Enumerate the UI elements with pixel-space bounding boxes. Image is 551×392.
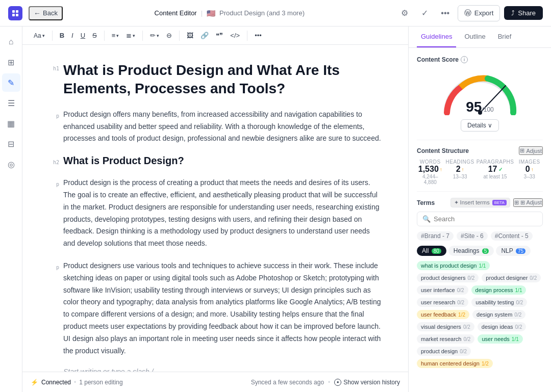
article-p3[interactable]: Product designers use various tools and … bbox=[63, 260, 384, 357]
term-label: product designers bbox=[421, 275, 465, 281]
filter-nlp[interactable]: NLP 75 bbox=[496, 246, 531, 256]
flag-icon: 🇺🇸 bbox=[207, 9, 215, 17]
bottom-bar: ⚡ Connected • 1 person editing Synced a … bbox=[22, 372, 408, 392]
hashtag-brand[interactable]: #Brand - 7 bbox=[417, 231, 454, 241]
sidebar-item-edit[interactable]: ✎ bbox=[2, 73, 20, 92]
term-tag[interactable]: visual designers 0/2 bbox=[417, 322, 474, 331]
words-arrow: ↑ bbox=[440, 167, 442, 172]
editor-content[interactable]: h1 What is Product Design and What Are I… bbox=[22, 45, 408, 372]
hashtag-site[interactable]: #Site - 6 bbox=[457, 231, 488, 241]
sidebar-item-table[interactable]: ⊟ bbox=[2, 135, 20, 153]
code-button[interactable]: </> bbox=[227, 30, 243, 41]
structure-adjust-button[interactable]: ⊞ Adjust bbox=[519, 146, 543, 155]
sync-label: Synced a few seconds ago bbox=[251, 379, 324, 386]
quote-button[interactable]: ❝❞ bbox=[213, 30, 226, 41]
toolbar-more-button[interactable]: ••• bbox=[252, 30, 265, 41]
all-count-badge: 80 bbox=[432, 248, 441, 254]
underline-button[interactable]: U bbox=[78, 30, 88, 41]
placeholder-body[interactable]: Start writing or type a slash / bbox=[63, 367, 384, 372]
highlight-button[interactable]: ✏ ▾ bbox=[147, 30, 162, 41]
back-button[interactable]: ← Back bbox=[29, 6, 63, 20]
info-icon[interactable]: i bbox=[461, 56, 468, 63]
toolbar-separator-1 bbox=[52, 31, 53, 41]
term-tag[interactable]: design process 1/1 bbox=[471, 285, 527, 295]
headings-count-badge: 5 bbox=[482, 248, 489, 254]
term-tag[interactable]: user research 0/2 bbox=[417, 298, 468, 307]
article-p1[interactable]: Product design offers many benefits, fro… bbox=[63, 109, 384, 145]
terms-search-box[interactable]: 🔍 bbox=[417, 212, 543, 226]
reduce-button[interactable]: ⊖ bbox=[163, 30, 175, 41]
more-button[interactable]: ••• bbox=[437, 5, 454, 21]
search-icon: 🔍 bbox=[422, 215, 431, 223]
list-chevron: ▾ bbox=[133, 33, 135, 38]
words-label: WORDS bbox=[417, 159, 444, 165]
h2-body[interactable]: What is Product Design? bbox=[63, 155, 384, 167]
highlight-icon: ✏ bbox=[150, 32, 156, 39]
article-title[interactable]: What is Product Design and What Are Its … bbox=[63, 61, 384, 98]
paragraphs-value: 17 ✓ bbox=[477, 165, 514, 174]
terms-search-input[interactable] bbox=[434, 215, 537, 223]
term-tag[interactable]: design system 0/2 bbox=[472, 310, 525, 319]
tab-brief[interactable]: Brief bbox=[494, 27, 516, 47]
article-h2[interactable]: What is Product Design? bbox=[63, 155, 384, 167]
terms-adjust-button[interactable]: ⊞ ⊞ Adjust bbox=[513, 198, 543, 207]
right-panel: Guidelines Outline Brief Content Score i bbox=[408, 27, 551, 392]
sidebar-item-home[interactable]: ⌂ bbox=[2, 33, 20, 51]
insert-terms-button[interactable]: ✦ Insert terms BETA bbox=[450, 198, 510, 207]
filter-headings[interactable]: Headings 5 bbox=[448, 246, 494, 256]
term-tag[interactable]: product designer 0/2 bbox=[482, 273, 541, 282]
term-tag[interactable]: human centered design 1/2 bbox=[417, 359, 493, 368]
image-button[interactable]: 🖼 bbox=[184, 30, 196, 41]
term-tag[interactable]: user interface 0/2 bbox=[417, 285, 468, 295]
term-tag[interactable]: what is product design 1/1 bbox=[417, 261, 490, 270]
p1-body[interactable]: Product design offers many benefits, fro… bbox=[63, 109, 384, 145]
term-score: 1/2 bbox=[458, 312, 465, 318]
tab-guidelines[interactable]: Guidelines bbox=[417, 27, 456, 47]
term-score: 0/2 bbox=[463, 324, 470, 330]
p2-body[interactable]: Product design is the process of creatin… bbox=[63, 177, 384, 250]
score-number: 95 bbox=[466, 99, 482, 115]
export-button[interactable]: Ⓦ Export bbox=[458, 5, 500, 21]
term-label: design process bbox=[475, 287, 513, 293]
check-button[interactable]: ✓ bbox=[417, 5, 433, 21]
link-button[interactable]: 🔗 bbox=[197, 30, 212, 41]
term-score: 1/1 bbox=[479, 263, 486, 269]
font-size-button[interactable]: Aa ▾ bbox=[31, 30, 48, 41]
term-tag[interactable]: product designers 0/2 bbox=[417, 273, 479, 282]
strikethrough-button[interactable]: S bbox=[89, 30, 100, 41]
term-tag[interactable]: user needs 1/1 bbox=[478, 334, 522, 344]
term-tag[interactable]: user feedback 1/2 bbox=[417, 310, 469, 319]
tab-outline[interactable]: Outline bbox=[460, 27, 489, 47]
sidebar-item-target[interactable]: ◎ bbox=[2, 155, 20, 173]
hashtag-chips: #Brand - 7 #Site - 6 #Content - 5 bbox=[417, 231, 543, 241]
filter-all[interactable]: All 80 bbox=[417, 246, 446, 256]
settings-button[interactable]: ⚙ bbox=[396, 5, 413, 21]
term-tag[interactable]: design ideas 0/2 bbox=[478, 322, 527, 331]
left-sidebar: ⌂ ⊞ ✎ ☰ ▦ ⊟ ◎ bbox=[0, 27, 22, 392]
sidebar-item-grid[interactable]: ⊞ bbox=[2, 53, 20, 71]
article-p2[interactable]: Product design is the process of creatin… bbox=[63, 177, 384, 250]
quote-icon: ❝❞ bbox=[216, 32, 223, 39]
term-tag[interactable]: product design 0/2 bbox=[417, 347, 471, 356]
term-tag[interactable]: market research 0/2 bbox=[417, 334, 474, 344]
sidebar-item-list[interactable]: ☰ bbox=[2, 94, 20, 112]
list-button[interactable]: ≣ ▾ bbox=[123, 30, 138, 41]
term-score: 0/2 bbox=[515, 324, 522, 330]
italic-button[interactable]: I bbox=[68, 30, 77, 41]
bold-button[interactable]: B bbox=[57, 30, 67, 41]
p3-body[interactable]: Product designers use various tools and … bbox=[63, 260, 384, 357]
term-label: user interface bbox=[421, 287, 455, 293]
h1-body[interactable]: What is Product Design and What Are Its … bbox=[63, 61, 384, 98]
share-button[interactable]: ⤴ Share bbox=[504, 6, 543, 20]
editor-placeholder[interactable]: Start writing or type a slash / bbox=[63, 368, 154, 372]
nlp-count-badge: 75 bbox=[516, 248, 525, 254]
hashtag-content[interactable]: #Content - 5 bbox=[491, 231, 533, 241]
term-score: 0/2 bbox=[463, 336, 470, 342]
version-history-link[interactable]: ● Show version history bbox=[334, 379, 400, 386]
details-button[interactable]: Details ∨ bbox=[461, 119, 499, 132]
font-size-label: Aa bbox=[34, 32, 41, 39]
align-button[interactable]: ≡ ▾ bbox=[109, 30, 122, 41]
term-tag[interactable]: usability testing 0/2 bbox=[471, 298, 527, 307]
sidebar-item-chart[interactable]: ▦ bbox=[2, 114, 20, 133]
headings-range: 13–33 bbox=[446, 174, 474, 179]
